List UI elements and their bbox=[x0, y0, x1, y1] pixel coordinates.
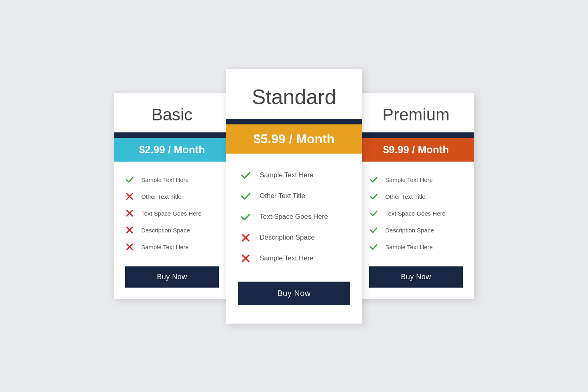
cross-icon bbox=[125, 242, 134, 251]
standard-feature-3: Text Space Goes Here bbox=[240, 206, 348, 227]
cross-icon bbox=[240, 232, 251, 243]
basic-feature-3-label: Text Space Goes Here bbox=[141, 210, 202, 217]
basic-feature-4: Description Space bbox=[125, 222, 219, 238]
basic-feature-1: Sample Text Here bbox=[125, 171, 219, 188]
standard-price: $5.99 / Month bbox=[226, 124, 362, 154]
basic-feature-2-label: Other Text Title bbox=[141, 193, 182, 200]
basic-feature-4-label: Description Space bbox=[141, 227, 190, 234]
premium-feature-2-label: Other Text Title bbox=[385, 193, 426, 200]
basic-dark-bar bbox=[114, 132, 230, 138]
basic-feature-3: Text Space Goes Here bbox=[125, 205, 219, 222]
basic-feature-2: Other Text Title bbox=[125, 188, 219, 205]
check-icon bbox=[369, 209, 378, 218]
basic-feature-5-label: Sample Text Here bbox=[141, 244, 189, 250]
standard-feature-5-label: Sample Text Here bbox=[260, 254, 314, 262]
standard-feature-2-label: Other Text Title bbox=[260, 192, 305, 200]
cross-icon bbox=[240, 253, 251, 264]
check-icon bbox=[369, 226, 378, 234]
cross-icon bbox=[125, 226, 134, 234]
standard-feature-4: Description Space bbox=[240, 227, 348, 248]
premium-feature-2: Other Text Title bbox=[369, 188, 463, 205]
check-icon bbox=[125, 175, 134, 184]
standard-feature-2: Other Text Title bbox=[240, 186, 348, 206]
premium-price: $9.99 / Month bbox=[358, 138, 474, 162]
premium-feature-3: Text Space Goes Here bbox=[369, 205, 463, 222]
standard-features: Sample Text Here Other Text Title Text S… bbox=[226, 154, 362, 282]
standard-dark-bar bbox=[226, 119, 362, 124]
cross-icon bbox=[125, 192, 134, 201]
check-icon bbox=[240, 212, 251, 222]
premium-feature-5: Sample Text Here bbox=[369, 238, 463, 255]
check-icon bbox=[369, 175, 378, 184]
premium-feature-5-label: Sample Text Here bbox=[385, 244, 433, 250]
premium-dark-bar bbox=[358, 132, 474, 138]
premium-title: Premium bbox=[358, 93, 474, 132]
basic-title: Basic bbox=[114, 93, 230, 132]
standard-feature-1-label: Sample Text Here bbox=[260, 171, 314, 179]
standard-feature-3-label: Text Space Goes Here bbox=[260, 213, 328, 221]
basic-buy-button[interactable]: Buy Now bbox=[125, 266, 219, 288]
card-basic: Basic $2.99 / Month Sample Text Here bbox=[114, 93, 230, 299]
premium-features: Sample Text Here Other Text Title Text S… bbox=[358, 162, 474, 266]
standard-title: Standard bbox=[226, 69, 362, 119]
standard-buy-button[interactable]: Buy Now bbox=[238, 282, 350, 305]
basic-price: $2.99 / Month bbox=[114, 138, 230, 162]
standard-feature-4-label: Description Space bbox=[260, 234, 315, 242]
standard-feature-5: Sample Text Here bbox=[240, 248, 348, 269]
premium-feature-1: Sample Text Here bbox=[369, 171, 463, 188]
check-icon bbox=[369, 192, 378, 201]
standard-feature-1: Sample Text Here bbox=[240, 165, 348, 186]
cross-icon bbox=[125, 209, 134, 218]
basic-feature-5: Sample Text Here bbox=[125, 238, 219, 255]
card-premium: Premium $9.99 / Month Sample Text Here O… bbox=[358, 93, 474, 299]
check-icon bbox=[240, 170, 251, 180]
premium-feature-4-label: Description Space bbox=[385, 227, 434, 234]
check-icon bbox=[240, 191, 251, 201]
premium-feature-3-label: Text Space Goes Here bbox=[385, 210, 446, 217]
basic-feature-1-label: Sample Text Here bbox=[141, 176, 189, 183]
pricing-section: Basic $2.99 / Month Sample Text Here bbox=[0, 45, 588, 348]
check-icon bbox=[369, 242, 378, 251]
premium-feature-4: Description Space bbox=[369, 222, 463, 238]
premium-buy-button[interactable]: Buy Now bbox=[369, 266, 463, 288]
basic-features: Sample Text Here Other Text Title bbox=[114, 162, 230, 266]
card-standard: Standard $5.99 / Month Sample Text Here … bbox=[226, 69, 362, 324]
premium-feature-1-label: Sample Text Here bbox=[385, 176, 433, 183]
